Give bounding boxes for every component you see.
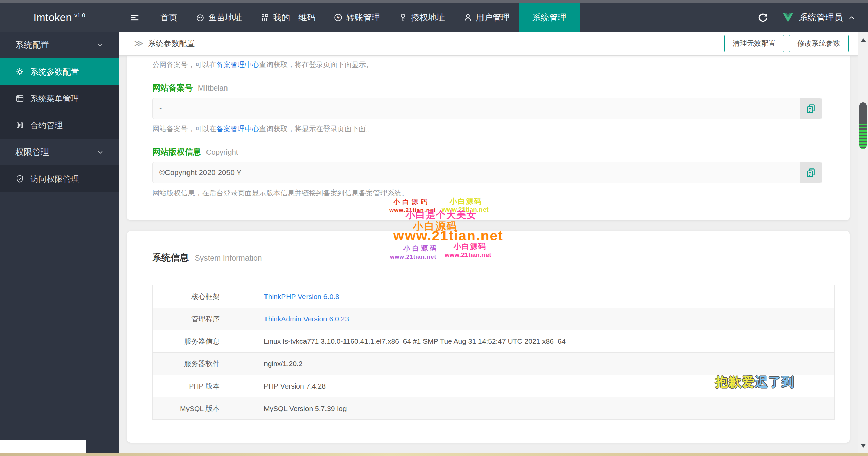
menu-window-icon: [15, 94, 24, 103]
scrollbar-thumb[interactable]: [859, 102, 867, 149]
miitbeian-help: 网站备案号，可以在备案管理中心查询获取，将显示在登录页面下面。: [152, 124, 822, 133]
row-label: 管理程序: [153, 308, 252, 330]
brand-name: Imtoken: [34, 12, 72, 24]
sidebar-item-access-permission[interactable]: 访问权限管理: [0, 165, 119, 192]
beian-center-link[interactable]: 备案管理中心: [216, 61, 259, 68]
sidebar-group-label: 权限管理: [15, 146, 49, 158]
edit-system-params-button[interactable]: 修改系统参数: [789, 35, 849, 52]
section-title-zh: 系统信息: [152, 253, 189, 263]
copy-button[interactable]: [800, 162, 822, 183]
beian-center-link[interactable]: 备案管理中心: [216, 125, 259, 133]
qrcode-icon: [260, 13, 270, 22]
field-label-en: Miitbeian: [198, 84, 228, 92]
nav-item-transfer-mgmt[interactable]: ¥ 转账管理: [324, 3, 389, 32]
row-value: MySQL Version 5.7.39-log: [264, 404, 347, 412]
miitbeian-input[interactable]: [152, 98, 822, 119]
nav-label: 转账管理: [346, 12, 380, 23]
row-value: PHP Version 7.4.28: [264, 382, 326, 390]
brand-logo: Imtoken v1.0: [0, 12, 119, 24]
nav-item-system-mgmt[interactable]: 系统管理: [519, 3, 580, 32]
username: 系统管理员: [799, 12, 843, 23]
vue-logo-icon: [782, 12, 794, 23]
chevron-up-icon: [848, 14, 856, 22]
copy-button[interactable]: [800, 98, 822, 119]
help-text-part: 网站备案号，可以在: [152, 125, 216, 133]
breadcrumb-bar: ≫ 系统参数配置 清理无效配置 修改系统参数: [119, 32, 858, 56]
bottom-left-overlay: [0, 440, 86, 453]
miitbeian-input-group: [152, 98, 822, 119]
sidebar-item-label: 合约管理: [30, 120, 63, 131]
row-label: 服务器软件: [153, 353, 252, 375]
scroll-up-arrow[interactable]: [861, 38, 866, 42]
row-label: MySQL 版本: [153, 397, 252, 420]
gear-icon: [15, 67, 24, 76]
breadcrumb-symbol: ≫: [134, 38, 143, 49]
sidebar-item-label: 访问权限管理: [30, 174, 79, 184]
user-menu[interactable]: 系统管理员: [782, 12, 856, 23]
sidebar-item-system-params[interactable]: 系统参数配置: [0, 58, 119, 85]
row-value: Linux ls-tvkca771 3.10.0-1160.41.1.el7.x…: [264, 337, 566, 345]
nav-label: 用户管理: [476, 12, 510, 23]
copyright-label: 网站版权信息 Copyright: [152, 146, 822, 157]
system-params-card: 公网备案号，可以在备案管理中心查询获取，将在登录页面下面显示。 网站备案号 Mi…: [127, 56, 850, 220]
copyright-input-group: [152, 162, 822, 183]
field-label-zh: 网站备案号: [152, 83, 193, 92]
field-label-zh: 网站版权信息: [152, 147, 201, 156]
thinkphp-version-link[interactable]: ThinkPHP Version 6.0.8: [264, 293, 339, 300]
nav-label: 鱼苗地址: [208, 12, 242, 23]
help-text-part: 公网备案号，可以在: [152, 61, 216, 68]
table-row: 管理程序 ThinkAdmin Version 6.0.23: [153, 308, 835, 330]
miitbeian-label: 网站备案号 Miitbeian: [152, 82, 822, 93]
sidebar-group-permission[interactable]: 权限管理: [0, 139, 119, 165]
user-icon: [463, 13, 472, 22]
scroll-down-arrow[interactable]: [861, 444, 866, 448]
nav-item-my-qrcode[interactable]: 我的二维码: [251, 3, 324, 32]
copy-icon: [805, 103, 816, 114]
copy-icon: [805, 167, 816, 178]
thinkadmin-version-link[interactable]: ThinkAdmin Version 6.0.23: [264, 315, 349, 323]
vertical-scrollbar: [858, 32, 868, 453]
field-label-en: Copyright: [206, 148, 238, 156]
hamburger-menu-icon[interactable]: [130, 13, 140, 23]
sidebar-item-label: 系统参数配置: [30, 66, 79, 77]
clean-invalid-config-button[interactable]: 清理无效配置: [724, 35, 784, 52]
nav-label: 我的二维码: [273, 12, 315, 23]
chevron-down-icon: [96, 148, 104, 156]
copyright-help: 网站版权信息，在后台登录页面显示版本信息并链接到备案到信息备案管理系统。: [152, 189, 822, 197]
chevron-down-icon: [96, 41, 104, 49]
yen-circle-icon: ¥: [334, 13, 343, 22]
sidebar-item-label: 系统菜单管理: [30, 93, 79, 104]
main-nav: 首页 鱼苗地址 我的二维码 ¥ 转账管理 授权地址 用户管理 系统管理: [151, 3, 580, 32]
row-label: 服务器信息: [153, 330, 252, 353]
sidebar-item-system-menu[interactable]: 系统菜单管理: [0, 85, 119, 112]
row-label: 核心框架: [153, 285, 252, 308]
system-info-table: 核心框架 ThinkPHP Version 6.0.8 管理程序 ThinkAd…: [152, 285, 835, 420]
nav-item-auth-address[interactable]: 授权地址: [389, 3, 454, 32]
breadcrumb: ≫ 系统参数配置: [119, 38, 195, 49]
nav-label: 授权地址: [411, 12, 445, 23]
section-title-en: System Information: [195, 254, 262, 262]
piggy-icon: [196, 13, 205, 22]
contract-icon: [15, 121, 24, 130]
system-info-card: 系统信息 System Information 核心框架 ThinkPHP Ve…: [127, 231, 850, 443]
refresh-icon[interactable]: [757, 12, 768, 23]
brand-version: v1.0: [74, 12, 85, 19]
nav-item-fry-address[interactable]: 鱼苗地址: [186, 3, 251, 32]
copyright-input[interactable]: [152, 162, 822, 183]
window-top-strip: [0, 0, 868, 3]
sidebar-group-system-config[interactable]: 系统配置: [0, 32, 119, 58]
svg-text:¥: ¥: [337, 15, 340, 20]
key-icon: [398, 13, 408, 22]
nav-item-user-mgmt[interactable]: 用户管理: [454, 3, 519, 32]
row-label: PHP 版本: [153, 375, 252, 397]
shield-check-icon: [15, 174, 24, 183]
navbar-right: 系统管理员: [757, 12, 868, 23]
table-row: MySQL 版本 MySQL Version 5.7.39-log: [153, 397, 835, 420]
help-text-part: 查询获取，将显示在登录页面下面。: [259, 125, 373, 133]
icp-intro-help: 公网备案号，可以在备案管理中心查询获取，将在登录页面下面显示。: [152, 56, 822, 69]
top-navbar: Imtoken v1.0 首页 鱼苗地址 我的二维码 ¥ 转账管理 授权地址 用…: [0, 3, 868, 32]
sidebar-item-contract-mgmt[interactable]: 合约管理: [0, 112, 119, 139]
nav-item-home[interactable]: 首页: [151, 3, 186, 32]
help-text-part: 查询获取，将在登录页面下面显示。: [259, 61, 373, 68]
bottom-edge-strip: [0, 453, 868, 456]
